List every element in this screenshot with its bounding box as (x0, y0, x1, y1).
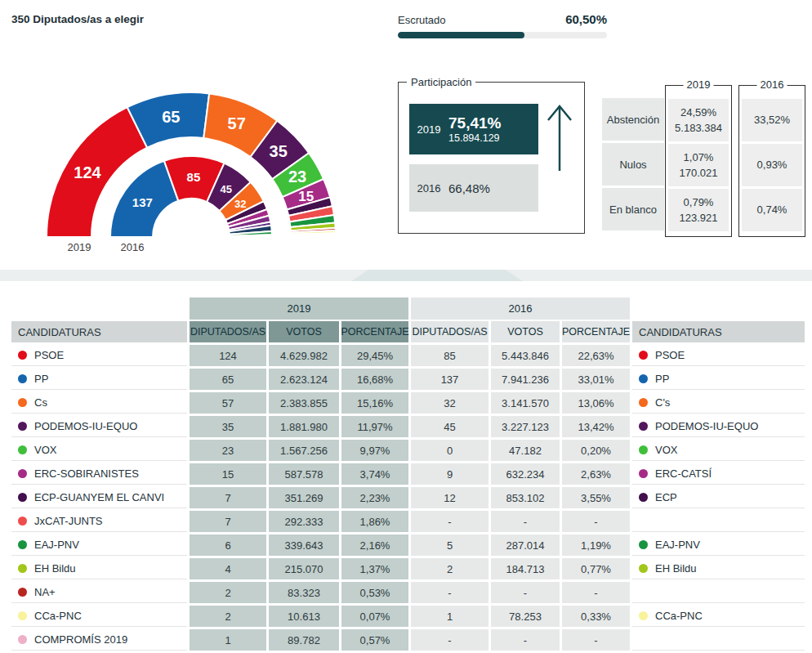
hemicycle-segment-2019-otros[interactable] (291, 235, 336, 237)
party-color-dot (18, 469, 27, 478)
party-color-dot (18, 564, 27, 573)
table-row-party-right[interactable]: EAJ-PNV (632, 534, 805, 556)
stats-2016-nulos: 0,93% (742, 144, 802, 186)
seat-count-label: 45 (220, 183, 231, 195)
seat-count-label: 65 (162, 108, 180, 126)
table-row-party-right[interactable]: EH Bildu (632, 558, 805, 579)
cell-d2016: 85 (411, 345, 489, 366)
cell-p2019: 1,86% (341, 511, 408, 532)
cell-p2019: 9,97% (341, 440, 408, 461)
table-row-party-right[interactable]: PP (632, 369, 805, 390)
table-row-party-right[interactable]: PSOE (632, 345, 805, 366)
election-results-page: 350 Diputados/as a elegir Escrutado 60,5… (0, 0, 812, 653)
col-header-votos-2016[interactable]: VOTOS (491, 321, 560, 342)
cell-p2019: 1,37% (341, 558, 408, 579)
party-name-label: EH Bildu (655, 562, 697, 575)
table-row-party-left[interactable]: PP (11, 369, 187, 390)
cell-d2016: 45 (411, 416, 489, 437)
table-row-party-right[interactable]: PODEMOS-IU-EQUO (632, 416, 805, 437)
group-header-2019: 2019 (190, 297, 408, 320)
cell-d2019: 2 (190, 582, 266, 603)
cell-p2016: 22,63% (562, 345, 630, 366)
seat-count-label: 57 (228, 114, 246, 132)
cell-v2019: 4.629.982 (269, 345, 339, 366)
seat-count-label: 35 (270, 142, 288, 160)
table-row-party-left[interactable]: EAJ-PNV (11, 534, 187, 556)
col-header-diputados-2019[interactable]: DIPUTADOS/AS (190, 321, 266, 342)
stat-value: 170.021 (680, 165, 718, 181)
table-row-party-left[interactable]: PSOE (11, 345, 187, 366)
cell-v2019: 83.323 (269, 582, 339, 603)
party-color-dot (639, 374, 648, 383)
stat-value: 0,93% (757, 157, 787, 173)
party-name-label: CCa-PNC (34, 610, 82, 622)
stats-label-enblanco: En blanco (602, 188, 664, 230)
table-row-party-left[interactable]: PODEMOS-IU-EQUO (11, 416, 187, 437)
table-row-party-left[interactable]: VOX (11, 440, 187, 461)
col-header-diputados-2016[interactable]: DIPUTADOS/AS (411, 321, 489, 342)
cell-p2016: 33,01% (562, 369, 630, 390)
table-row-party-right[interactable] (632, 629, 805, 651)
stats-label-nulos: Nulos (602, 143, 664, 186)
party-color-dot (639, 611, 648, 620)
table-row-party-left[interactable]: ECP-GUANYEM EL CANVI (11, 487, 187, 508)
table-row-party-right[interactable]: ERC-CATSÍ (632, 463, 805, 485)
table-row-party-right[interactable]: VOX (632, 440, 805, 461)
cell-p2019: 0,57% (341, 629, 408, 651)
cell-d2019: 124 (190, 345, 266, 366)
table-row-party-right[interactable]: CCa-PNC (632, 606, 805, 627)
party-color-dot (18, 351, 27, 360)
table-row-party-right[interactable] (632, 511, 805, 532)
cell-p2016: 2,63% (562, 463, 630, 485)
cell-v2016: 632.234 (491, 463, 560, 485)
candidaturas-header-right: CANDIDATURAS (632, 321, 805, 342)
hemicycle-segment-2016-cca-pnc[interactable] (230, 236, 272, 237)
table-row-party-left[interactable]: EH Bildu (11, 558, 187, 579)
cell-p2019: 0,07% (341, 606, 408, 627)
party-color-dot (18, 493, 27, 502)
cell-p2016: 13,06% (562, 392, 630, 414)
stat-value: 123.921 (680, 210, 718, 226)
cell-p2019: 29,45% (341, 345, 408, 366)
table-row-party-left[interactable]: COMPROMÍS 2019 (11, 629, 187, 651)
cell-v2016: - (491, 629, 560, 651)
cell-d2019: 2 (190, 606, 266, 627)
table-row-party-right[interactable]: C's (632, 392, 805, 414)
stat-value: 0,79% (684, 195, 714, 211)
party-name-label: NA+ (34, 586, 56, 598)
chart-section: 124655735231520191378545322016 Participa… (0, 0, 812, 282)
cell-d2016: 137 (411, 369, 489, 390)
col-header-porcentaje-2019[interactable]: PORCENTAJE (341, 321, 408, 342)
col-header-porcentaje-2016[interactable]: PORCENTAJE (562, 321, 630, 342)
cell-v2019: 10.613 (269, 606, 339, 627)
party-name-label: JxCAT-JUNTS (34, 515, 103, 527)
cell-v2016: 5.443.846 (491, 345, 560, 366)
party-color-dot (639, 564, 648, 573)
stat-value: 1,07% (684, 150, 714, 166)
candidaturas-header-left: CANDIDATURAS (11, 321, 187, 342)
seat-count-label: 23 (288, 168, 306, 186)
table-row-party-left[interactable]: NA+ (11, 582, 187, 603)
participacion-box: Participación 2019 75,41% 15.894.129 201… (398, 82, 585, 234)
table-row-party-left[interactable]: Cs (11, 392, 187, 414)
participacion-year-2016: 2016 (409, 182, 448, 195)
table-row-party-right[interactable] (632, 582, 805, 603)
cell-d2016: 5 (411, 534, 489, 556)
cell-v2016: 287.014 (491, 534, 560, 556)
party-name-label: PSOE (34, 349, 64, 361)
divider-tab[interactable] (351, 270, 523, 281)
party-name-label: EAJ-PNV (655, 539, 700, 551)
arrow-up-icon (543, 101, 576, 176)
cell-v2016: 3.141.570 (491, 392, 560, 414)
party-color-dot (18, 422, 27, 431)
participacion-row-2016: 2016 66,48% (409, 164, 538, 212)
table-row-party-left[interactable]: CCa-PNC (11, 606, 187, 627)
table-row-party-left[interactable]: JxCAT-JUNTS (11, 511, 187, 532)
cell-p2016: 0,20% (562, 440, 630, 461)
col-header-votos-2019[interactable]: VOTOS (269, 321, 339, 342)
participacion-year-2019: 2019 (409, 123, 448, 136)
table-row-party-right[interactable]: ECP (632, 487, 805, 508)
stats-2019-enblanco: 0,79% 123.921 (668, 189, 729, 231)
table-row-party-left[interactable]: ERC-SOBIRANISTES (11, 463, 187, 485)
cell-v2019: 587.578 (269, 463, 339, 485)
